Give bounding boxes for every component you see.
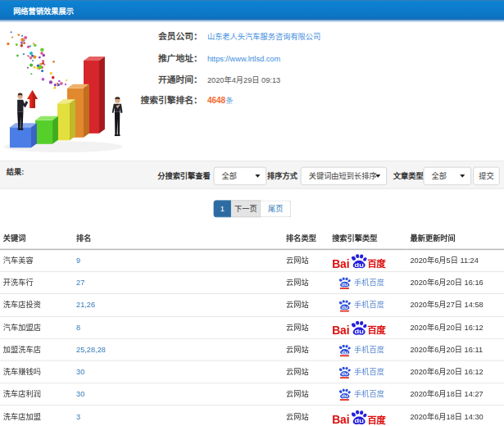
svg-text:du: du: [342, 394, 349, 398]
svg-text:du: du: [342, 372, 349, 376]
svg-text:du: du: [342, 350, 349, 354]
svg-text:du: du: [342, 283, 349, 287]
svg-text:du: du: [355, 328, 364, 335]
svg-text:du: du: [355, 417, 364, 424]
svg-text:du: du: [355, 261, 364, 268]
svg-text:du: du: [342, 306, 349, 310]
